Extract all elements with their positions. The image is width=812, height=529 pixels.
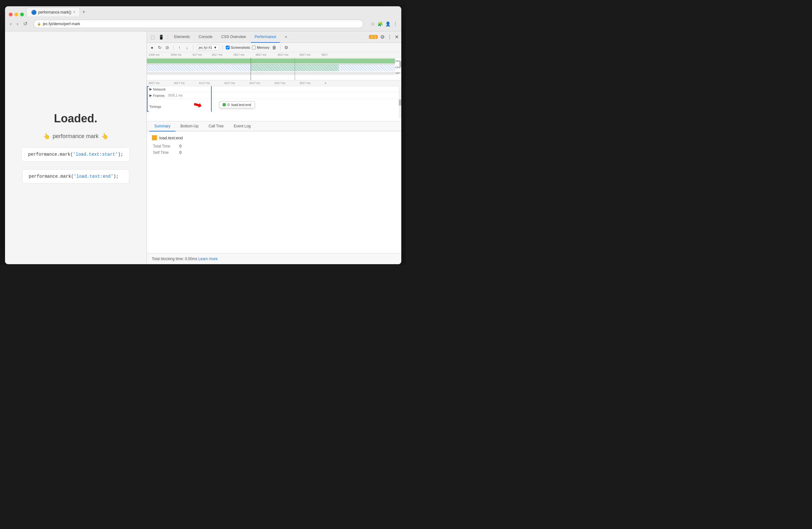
browser-icons: ☆ 🧩 👤 ⋮ (371, 22, 397, 26)
profile-icon[interactable]: 👤 (385, 22, 391, 26)
url-text: jec.fyi/demo/perf-mark (43, 22, 80, 26)
self-time-value: 0 (179, 150, 182, 155)
devtools-header: ⬚ 📱 Elements Console CSS Overview Perfor… (147, 31, 401, 43)
network-row: ▶ Network (147, 86, 401, 92)
red-arrow-icon: ➡ (192, 98, 203, 112)
tl-label-1817: 1817 ms (210, 52, 232, 58)
devtools-icon-cursor[interactable]: ⬚ (149, 34, 156, 40)
network-arrow: ▶ (149, 87, 152, 91)
code-prefix-1: performance.mark( (28, 152, 73, 157)
analysis-tabs: Summary Bottom-Up Call Tree Event Log (147, 121, 401, 131)
total-blocking-text: Total blocking time: 0.00ms (152, 257, 198, 261)
forward-button[interactable]: › (15, 20, 19, 27)
tab-console[interactable]: Console (195, 31, 216, 43)
bookmark-icon[interactable]: ☆ (371, 22, 375, 26)
detail-scrollbar[interactable] (399, 87, 401, 118)
tab-summary[interactable]: Summary (149, 121, 175, 131)
timeline-marker-2 (295, 58, 295, 81)
back-button[interactable]: ‹ (9, 20, 13, 27)
detail-scrollbar-thumb[interactable] (399, 99, 401, 106)
devtools-panel: ⬚ 📱 Elements Console CSS Overview Perfor… (147, 31, 401, 264)
code-string-2: 'load.text:end' (74, 174, 113, 179)
screenshots-checkbox[interactable]: Screenshots (226, 46, 250, 49)
fps-bar (147, 58, 395, 63)
upload-button[interactable]: ↑ (177, 45, 183, 50)
more-icon[interactable]: ⋮ (387, 34, 392, 40)
tab-call-tree[interactable]: Call Tree (203, 121, 229, 131)
detail-label-4417: 4417 ms (273, 81, 298, 86)
learn-more-link[interactable]: Learn more (199, 257, 218, 261)
net-bar (147, 72, 395, 75)
tl-label-5817: 5817 ms (298, 52, 320, 58)
separator-5 (280, 45, 280, 50)
tab-bottom-up[interactable]: Bottom-Up (175, 121, 203, 131)
timings-text: Timings (149, 105, 161, 109)
separator-2 (173, 45, 174, 50)
frames-row: ▶ Frames 3935.1 ms (147, 92, 401, 99)
menu-icon[interactable]: ⋮ (393, 22, 397, 26)
delete-recording-button[interactable]: 🗑 (271, 45, 277, 50)
reload-record-button[interactable]: ↻ (157, 45, 163, 50)
detail-label-4217: 4217 ms (222, 81, 247, 86)
memory-checkbox[interactable]: Memory (252, 46, 270, 49)
tl-label-3817: 3817 ms (254, 52, 276, 58)
record-button[interactable]: ● (149, 45, 155, 50)
warning-badge: ⚠ 1 (369, 35, 377, 39)
screenshots-label: Screenshots (231, 46, 250, 49)
settings-button[interactable]: ⚙ (284, 45, 289, 50)
clear-button[interactable]: ⊘ (164, 45, 170, 50)
code-block-2: performance.mark('load.text:end'); (22, 169, 129, 184)
tl-label-4817: 4817 ms (276, 52, 298, 58)
screenshots-check[interactable] (226, 46, 230, 49)
page-subtitle: 👆 performance mark 👆 (43, 133, 108, 140)
summary-item-header: load.text:end (152, 135, 396, 140)
close-devtools-icon[interactable]: ✕ (395, 34, 399, 40)
browser-tab[interactable]: 🔵 performance.mark() × (26, 8, 80, 16)
new-tab-button[interactable]: + (80, 8, 88, 16)
timing-dot (223, 103, 226, 106)
tab-title: performance.mark() (38, 10, 71, 14)
tl-label-2000: 2000 ms (169, 52, 191, 58)
summary-color-icon (152, 135, 157, 140)
page-content: Loaded. 👆 performance mark 👆 performance… (5, 31, 147, 264)
tab-bar: 🔵 performance.mark() × + (5, 6, 401, 16)
tab-elements[interactable]: Elements (171, 31, 194, 43)
extensions-icon[interactable]: 🧩 (377, 22, 383, 26)
download-button[interactable]: ↓ (184, 45, 190, 50)
memory-check[interactable] (252, 46, 256, 49)
reload-button[interactable]: ↺ (22, 20, 29, 27)
timeline-overview[interactable]: 1000 ms 2000 ms 817 ms 1817 ms 2817 ms 3… (147, 52, 401, 81)
address-bar[interactable]: 🔒 jec.fyi/demo/perf-mark (34, 20, 363, 28)
minimize-button[interactable] (14, 13, 18, 16)
detail-timeline[interactable]: 3917 ms 4017 ms 4117 ms 4217 ms 4317 ms … (147, 81, 401, 121)
devtools-toolbar: ● ↻ ⊘ ↑ ↓ jec.fyi #1 ▼ Screenshots (147, 43, 401, 52)
total-time-value: 0 (179, 144, 182, 148)
scrollbar-thumb[interactable] (400, 61, 401, 67)
tl-label-1000: 1000 ms (147, 52, 169, 58)
tooltip-label: load.text:end (231, 103, 251, 106)
timeline-bars: FPS CPU NET (147, 58, 401, 81)
timeline-marker (251, 58, 251, 81)
tl-label-817: 817 ms (191, 52, 210, 58)
timing-tooltip: 0 load.text:end (219, 101, 255, 108)
code-prefix-2: performance.mark( (29, 174, 74, 179)
tab-more[interactable]: » (281, 31, 291, 43)
frames-value: 3935.1 ms (168, 94, 183, 97)
target-selector[interactable]: jec.fyi #1 ▼ (197, 45, 219, 50)
fullscreen-button[interactable] (20, 13, 24, 16)
tab-event-log[interactable]: Event Log (229, 121, 256, 131)
emoji-right: 👆 (101, 133, 108, 140)
network-text: Network (153, 87, 166, 91)
timeline-top-labels: 1000 ms 2000 ms 817 ms 1817 ms 2817 ms 3… (147, 52, 401, 58)
detail-label-4017: 4017 ms (172, 81, 197, 86)
settings-icon[interactable]: ⚙ (380, 34, 385, 40)
detail-label-4: 4 (323, 81, 328, 86)
devtools-icon-responsive[interactable]: 📱 (157, 34, 165, 40)
total-time-label: Total Time (153, 144, 178, 148)
self-time-label: Self Time (153, 150, 178, 155)
code-suffix-1: ); (118, 152, 123, 157)
tab-performance[interactable]: Performance (251, 31, 280, 43)
tab-close-button[interactable]: × (73, 10, 75, 14)
close-button[interactable] (9, 13, 13, 16)
tab-css-overview[interactable]: CSS Overview (218, 31, 250, 43)
